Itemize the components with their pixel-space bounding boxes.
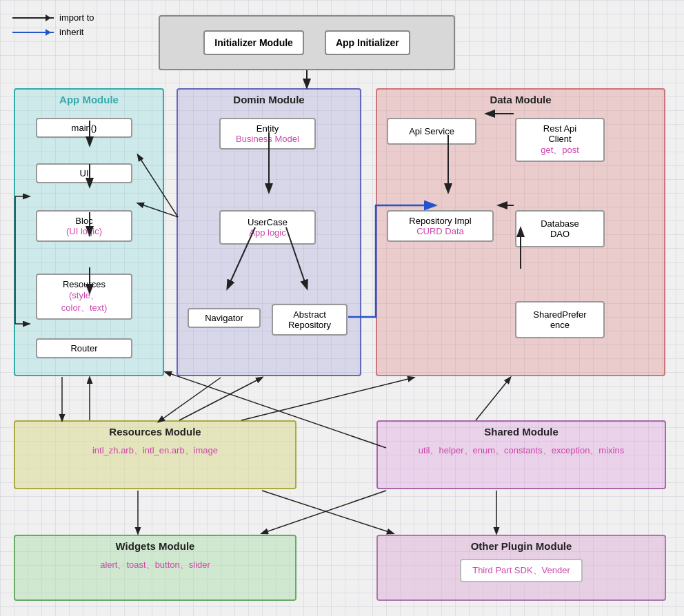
abstract-line1: Abstract [280,309,339,320]
bloc-line2: (UI logic) [44,226,124,236]
repo-impl-box: Repository Impl CURD Data [387,210,494,242]
app-module-content: main() UI Bloc (UI logic) Resources (sty… [15,108,163,369]
resources-module: Resources Module intl_zh.arb、intl_en.arb… [14,420,296,489]
widgets-module: Widgets Module alert、toast、button、slider [14,535,296,601]
ui-label: UI [80,168,89,178]
database-line2: DAO [522,229,598,239]
plugin-module-title: Other Plugin Module [378,536,665,555]
router-label: Router [70,343,97,353]
ui-box: UI [36,163,132,183]
resources-content: intl_zh.arb、intl_en.arb、image [92,445,218,455]
plugin-content-box: Third Part SDK、Vender [460,559,583,582]
database-box: Database DAO [515,210,605,247]
shared-module: Shared Module util、helper、enum、constants… [376,420,666,489]
inherit-arrow-icon [12,32,54,33]
shared-module-content: util、helper、enum、constants、exception、mix… [378,440,665,461]
app-module-title: App Module [15,90,163,108]
shared-module-title: Shared Module [378,422,665,440]
usercase-box: UserCase App logic [219,210,316,245]
svg-line-24 [262,491,393,533]
database-line1: Database [522,218,598,229]
shared-pref-box: SharedPrefer ence [515,301,605,338]
rest-api-box: Rest Api Client get、post [515,118,605,162]
usercase-line1: UserCase [228,217,308,227]
resources-module-content: intl_zh.arb、intl_en.arb、image [15,440,295,461]
domain-module-title: Domin Module [178,90,360,108]
shared-pref-line1: SharedPrefer [522,309,598,320]
data-module: Data Module Api Service Rest Api Client … [376,88,665,376]
repo-impl-line2: CURD Data [394,226,487,236]
router-box: Router [36,338,132,358]
rest-line1: Rest Api [522,123,598,134]
plugin-module: Other Plugin Module Third Part SDK、Vende… [376,535,666,601]
svg-line-19 [241,378,414,420]
usercase-line2: App logic [228,227,308,238]
inherit-label: inherit [59,27,83,37]
entity-line1: Entity [228,123,308,134]
bloc-line1: Bloc [44,216,124,226]
resources-box: Resources (style、 color、text) [36,274,132,320]
svg-line-26 [159,378,221,422]
domain-module: Domin Module Entity Business Model UserC… [177,88,361,376]
legend: import to inherit [12,12,94,37]
api-service-label: Api Service [409,126,454,136]
api-service-box: Api Service [387,118,476,145]
entity-box: Entity Business Model [219,118,316,150]
navigator-label: Navigator [205,313,243,323]
plugin-content: Third Part SDK、Vender [472,565,570,575]
shared-pref-line2: ence [522,320,598,330]
rest-line2: Client [522,134,598,144]
resources-module-title: Resources Module [15,422,295,440]
main-label: main() [72,123,97,133]
plugin-module-content: Third Part SDK、Vender [378,555,665,586]
resources-line1: Resources [44,279,124,289]
initializer-module: Initializer Module App Initializer [159,15,455,70]
shared-content: util、helper、enum、constants、exception、mix… [419,445,624,455]
data-module-title: Data Module [377,90,664,108]
svg-line-18 [179,378,262,420]
bloc-box: Bloc (UI logic) [36,210,132,242]
entity-line2: Business Model [228,134,308,144]
initializer-module-label: Initializer Module [203,30,304,55]
svg-line-23 [262,491,386,533]
rest-line3: get、post [522,144,598,156]
app-initializer-box: App Initializer [325,30,410,55]
svg-line-20 [476,378,510,420]
repo-impl-line1: Repository Impl [394,216,487,226]
widgets-module-content: alert、toast、button、slider [15,555,295,575]
import-label: import to [59,12,94,23]
diagram-wrapper: import to inherit Initializer Module App… [0,0,684,616]
abstract-repo-box: Abstract Repository [272,304,348,336]
app-module: App Module main() UI Bloc (UI logic) Res… [14,88,164,376]
widgets-content: alert、toast、button、slider [100,559,210,570]
abstract-line2: Repository [280,320,339,330]
legend-inherit: inherit [12,27,94,37]
import-arrow-icon [12,17,54,19]
main-box: main() [36,118,132,138]
legend-import: import to [12,12,94,23]
domain-module-content: Entity Business Model UserCase App logic… [178,108,360,369]
widgets-module-title: Widgets Module [15,536,295,555]
navigator-box: Navigator [188,308,261,328]
resources-lines: (style、 color、text) [44,289,124,314]
data-module-content: Api Service Rest Api Client get、post Rep… [377,108,664,369]
